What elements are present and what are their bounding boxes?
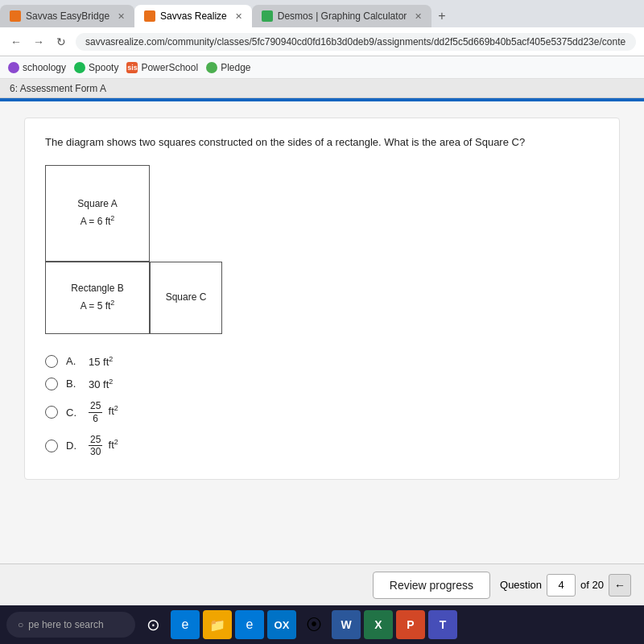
- fraction-c: 25 6: [89, 400, 102, 424]
- fraction-c-den: 6: [91, 413, 100, 424]
- address-bar: ← → ↻: [0, 27, 644, 56]
- bottom-bar: Review progress Question of 20 ←: [0, 564, 644, 605]
- tab-label-desmos: Desmos | Graphing Calculator: [278, 10, 407, 22]
- answer-option-d[interactable]: D. 25 30 ft2: [45, 429, 599, 463]
- pledge-icon: [206, 62, 217, 73]
- bookmark-spooty-label: Spooty: [89, 62, 118, 73]
- bookmark-schoology[interactable]: schoology: [8, 62, 66, 73]
- refresh-button[interactable]: ↻: [53, 35, 69, 48]
- tab-savvas-realize[interactable]: Savvas Realize ✕: [134, 5, 252, 27]
- taskbar-edge-icon[interactable]: e: [235, 610, 264, 639]
- radio-b[interactable]: [45, 378, 58, 390]
- square-a-label: Square A: [77, 196, 117, 212]
- taskbar-search-box[interactable]: ○ pe here to search: [6, 612, 135, 638]
- page-wrapper: Savvas EasyBridge ✕ Savvas Realize ✕ Des…: [0, 0, 644, 644]
- rectangle-b-label: Rectangle B: [71, 281, 123, 296]
- review-progress-button[interactable]: Review progress: [373, 572, 490, 599]
- answer-text-c: 25 6 ft2: [89, 400, 118, 424]
- question-label: Question: [500, 579, 542, 591]
- taskbar-teams-icon[interactable]: T: [428, 610, 457, 639]
- square-a-area: A = 6 ft2: [80, 213, 115, 229]
- bookmark-pledge-label: Pledge: [221, 62, 250, 73]
- tab-close-easybridge[interactable]: ✕: [118, 11, 125, 22]
- question-number-input[interactable]: [547, 574, 576, 597]
- rectangle-b-cell: Rectangle B A = 5 ft2: [45, 262, 150, 334]
- back-button[interactable]: ←: [8, 35, 24, 48]
- radio-c[interactable]: [45, 406, 58, 419]
- prev-question-button[interactable]: ←: [609, 574, 631, 597]
- answer-text-b: 30 ft2: [89, 378, 113, 390]
- question-total: of 20: [580, 579, 604, 591]
- fraction-d-num: 25: [89, 434, 102, 446]
- bookmark-schoology-label: schoology: [23, 62, 66, 73]
- tab-desmos[interactable]: Desmos | Graphing Calculator ✕: [252, 5, 432, 27]
- bookmark-powerschool[interactable]: sis PowerSchool: [126, 62, 198, 73]
- tab-label-realize: Savvas Realize: [160, 10, 227, 22]
- diagram: Square A A = 6 ft2 Rectangle B A = 5 ft2…: [45, 165, 222, 334]
- tab-close-desmos[interactable]: ✕: [415, 11, 422, 22]
- tab-favicon-easybridge: [10, 10, 21, 22]
- url-input[interactable]: [76, 33, 636, 51]
- powerschool-icon: sis: [126, 62, 138, 73]
- rectangle-b-area: A = 5 ft2: [80, 297, 115, 314]
- taskbar-folder-icon[interactable]: 📁: [203, 610, 232, 639]
- new-tab-button[interactable]: +: [431, 5, 452, 27]
- main-content: The diagram shows two squares constructe…: [0, 101, 644, 605]
- question-container: The diagram shows two squares constructe…: [24, 118, 620, 480]
- tab-close-realize[interactable]: ✕: [235, 11, 242, 22]
- radio-d[interactable]: [45, 440, 58, 452]
- taskbar-cortana-button[interactable]: ⊙: [138, 610, 167, 639]
- question-nav: Question of 20 ←: [500, 574, 631, 597]
- fraction-d: 25 30: [89, 434, 102, 458]
- answer-letter-c: C.: [66, 407, 80, 419]
- question-text: The diagram shows two squares constructe…: [45, 134, 599, 151]
- square-a-cell: Square A A = 6 ft2: [45, 165, 150, 262]
- diagram-container: Square A A = 6 ft2 Rectangle B A = 5 ft2…: [45, 165, 599, 334]
- answer-text-d: 25 30 ft2: [89, 434, 118, 458]
- square-c-label: Square C: [166, 290, 207, 305]
- search-icon: ○: [18, 619, 23, 630]
- bookmark-powerschool-label: PowerSchool: [141, 62, 198, 73]
- tab-favicon-desmos: [262, 10, 273, 22]
- page-header: 6: Assessment Form A: [0, 79, 644, 98]
- tab-bar: Savvas EasyBridge ✕ Savvas Realize ✕ Des…: [0, 0, 644, 27]
- spooty-icon: [74, 62, 85, 73]
- answer-letter-a: A.: [66, 355, 80, 367]
- taskbar-excel-icon[interactable]: X: [364, 610, 393, 639]
- tab-label-easybridge: Savvas EasyBridge: [26, 10, 109, 22]
- taskbar-word-icon[interactable]: W: [332, 610, 361, 639]
- square-c-cell: Square C: [150, 262, 222, 334]
- browser-body: Savvas EasyBridge ✕ Savvas Realize ✕ Des…: [0, 0, 644, 605]
- taskbar-ie-icon[interactable]: e: [171, 610, 200, 639]
- forward-button[interactable]: →: [31, 35, 47, 48]
- taskbar-search-label: pe here to search: [28, 619, 103, 630]
- taskbar-ppt-icon[interactable]: P: [396, 610, 425, 639]
- bookmark-spooty[interactable]: Spooty: [74, 62, 118, 73]
- tab-savvas-easybridge[interactable]: Savvas EasyBridge ✕: [0, 5, 134, 27]
- answer-letter-d: D.: [66, 440, 80, 452]
- bookmarks-bar: schoology Spooty sis PowerSchool Pledge: [0, 56, 644, 79]
- radio-a[interactable]: [45, 355, 58, 368]
- taskbar-outlook-icon[interactable]: OX: [267, 610, 296, 639]
- answer-options: A. 15 ft2 B. 30 ft2 C. 25: [45, 350, 599, 463]
- answer-option-b[interactable]: B. 30 ft2: [45, 373, 599, 395]
- tab-favicon-realize: [144, 10, 155, 22]
- taskbar-chrome-icon[interactable]: ⦿: [299, 610, 328, 639]
- answer-option-a[interactable]: A. 15 ft2: [45, 350, 599, 373]
- answer-text-a: 15 ft2: [89, 355, 113, 368]
- answer-option-c[interactable]: C. 25 6 ft2: [45, 395, 599, 429]
- taskbar: ○ pe here to search ⊙ e 📁 e OX ⦿ W X P T: [0, 605, 644, 644]
- page-header-text: 6: Assessment Form A: [10, 83, 106, 94]
- answer-letter-b: B.: [66, 378, 80, 390]
- fraction-c-num: 25: [89, 400, 102, 412]
- schoology-icon: [8, 62, 19, 73]
- bookmark-pledge[interactable]: Pledge: [206, 62, 250, 73]
- fraction-d-den: 30: [89, 446, 102, 457]
